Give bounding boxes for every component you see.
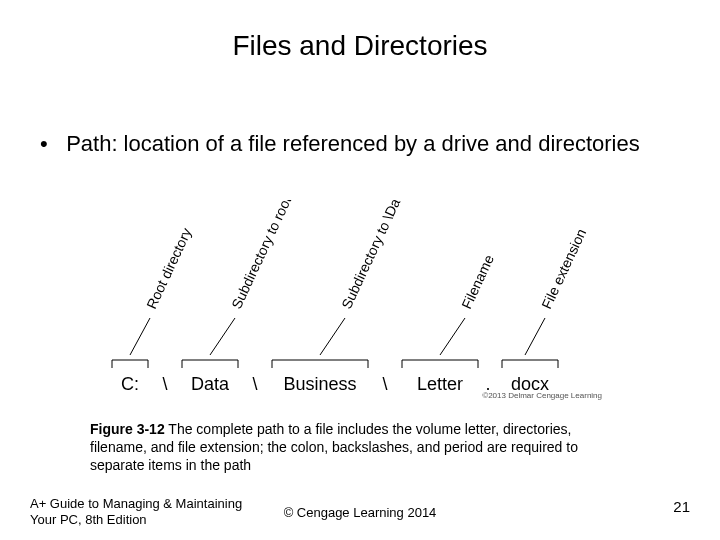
label-filename: Filename: [458, 252, 497, 311]
figure-credit: ©2013 Delmar Cengage Learning: [482, 391, 602, 400]
label-extension: File extension: [538, 226, 589, 311]
slide-title: Files and Directories: [0, 30, 720, 62]
footer-copyright: © Cengage Learning 2014: [0, 505, 720, 520]
label-subdir-root: Subdirectory to root: [228, 200, 294, 311]
svg-line-4: [525, 318, 545, 355]
svg-line-2: [320, 318, 345, 355]
svg-line-3: [440, 318, 465, 355]
path-sep-0: \: [162, 374, 167, 394]
svg-line-0: [130, 318, 150, 355]
label-subdir-data: Subdirectory to \Data: [338, 200, 408, 311]
slide: Files and Directories • Path: location o…: [0, 0, 720, 540]
path-sep-2: \: [382, 374, 387, 394]
path-part-business: Business: [283, 374, 356, 394]
figure-caption: Figure 3-12 The complete path to a file …: [90, 420, 620, 475]
caption-lead: Figure 3-12: [90, 421, 165, 437]
bullet-dot: •: [40, 130, 60, 159]
page-number: 21: [673, 498, 690, 515]
path-sep-1: \: [252, 374, 257, 394]
path-diagram: Root directory Subdirectory to root Subd…: [100, 200, 620, 400]
bullet-item: • Path: location of a file referenced by…: [40, 130, 660, 159]
path-part-drive: C:: [121, 374, 139, 394]
svg-line-1: [210, 318, 235, 355]
path-part-letter: Letter: [417, 374, 463, 394]
label-root: Root directory: [143, 226, 194, 312]
path-part-data: Data: [191, 374, 230, 394]
bullet-text: Path: location of a file referenced by a…: [66, 130, 656, 159]
